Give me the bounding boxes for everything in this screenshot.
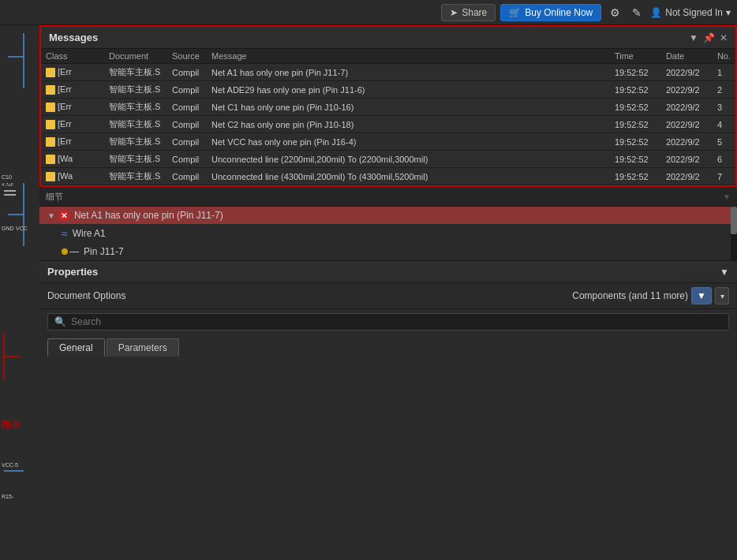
tab-parameters[interactable]: Parameters bbox=[107, 338, 179, 357]
cell-document: 智能车主板.S bbox=[104, 81, 167, 99]
cell-class: [Err bbox=[41, 99, 104, 116]
cell-document: 智能车主板.S bbox=[104, 116, 167, 133]
properties-subheader: Document Options Components (and 11 more… bbox=[39, 283, 737, 309]
cell-class: [Err bbox=[41, 64, 104, 81]
pin-dot-icon: — bbox=[62, 246, 79, 257]
col-header-time[interactable]: Time bbox=[610, 49, 661, 64]
cell-no: 3 bbox=[713, 99, 735, 116]
components-filter-area: Components (and 11 more) ▼ ▾ bbox=[572, 287, 729, 304]
table-row[interactable]: [Err 智能车主板.S Compil Net A1 has only one … bbox=[41, 64, 735, 81]
table-row[interactable]: [Err 智能车主板.S Compil Net C2 has only one … bbox=[41, 116, 735, 133]
col-header-source[interactable]: Source bbox=[167, 49, 207, 64]
svg-text:C10: C10 bbox=[2, 174, 12, 180]
svg-text:R15-: R15- bbox=[2, 494, 14, 499]
cell-message: Net C1 has only one pin (Pin J10-16) bbox=[207, 99, 610, 116]
messages-controls: ▼ 📌 ✕ bbox=[689, 32, 728, 43]
svg-text:VCC: VCC bbox=[16, 226, 28, 231]
cell-no: 5 bbox=[713, 133, 735, 151]
cell-class: [Wa bbox=[41, 151, 104, 168]
details-wire-text: Wire A1 bbox=[73, 228, 106, 239]
cell-document: 智能车主板.S bbox=[104, 64, 167, 81]
details-panel: 细节 ▼ ▼ ✕ Net A1 has only one pin (Pin J1… bbox=[39, 187, 737, 260]
cell-document: 智能车主板.S bbox=[104, 151, 167, 168]
details-selected-row[interactable]: ▼ ✕ Net A1 has only one pin (Pin J11-7) bbox=[39, 207, 737, 224]
user-menu[interactable]: 👤 Not Signed In ▾ bbox=[650, 7, 731, 18]
search-bar: 🔍 bbox=[47, 313, 729, 330]
tab-general[interactable]: General bbox=[47, 338, 105, 357]
details-header: 细节 ▼ bbox=[39, 188, 737, 207]
svg-text:GND: GND bbox=[2, 226, 14, 231]
schematic-diagram: C10 4.7uF GND VCC 指示 VCC-5 R15- bbox=[0, 25, 39, 560]
col-header-message[interactable]: Message bbox=[207, 49, 610, 64]
details-title: 细节 bbox=[46, 191, 63, 203]
search-icon: 🔍 bbox=[54, 316, 66, 327]
table-row[interactable]: [Wa 智能车主板.S Compil Unconnected line (220… bbox=[41, 151, 735, 168]
cell-no: 1 bbox=[713, 64, 735, 81]
col-header-no[interactable]: No. bbox=[713, 49, 735, 64]
details-pin-row[interactable]: — Pin J11-7 bbox=[39, 243, 737, 260]
details-content-container: ▼ ✕ Net A1 has only one pin (Pin J11-7) … bbox=[39, 207, 737, 260]
cell-document: 智能车主板.S bbox=[104, 168, 167, 185]
cell-class: [Err bbox=[41, 116, 104, 133]
cell-time: 19:52:52 bbox=[610, 99, 661, 116]
user-icon: 👤 bbox=[650, 7, 662, 18]
top-toolbar: ➤ Share 🛒 Buy Online Now ⚙ ✎ 👤 Not Signe… bbox=[0, 0, 737, 25]
col-header-date[interactable]: Date bbox=[661, 49, 713, 64]
cell-message: Net A1 has only one pin (Pin J11-7) bbox=[207, 64, 610, 81]
details-pin-text: Pin J11-7 bbox=[84, 246, 124, 257]
table-row[interactable]: [Err 智能车主板.S Compil Net VCC has only one… bbox=[41, 133, 735, 151]
cell-message: Net C2 has only one pin (Pin J10-18) bbox=[207, 116, 610, 133]
buy-online-button[interactable]: 🛒 Buy Online Now bbox=[500, 4, 601, 21]
dropdown-button[interactable]: ▾ bbox=[715, 287, 729, 304]
search-input[interactable] bbox=[71, 316, 722, 327]
cell-time: 19:52:52 bbox=[610, 64, 661, 81]
settings-icon[interactable]: ⚙ bbox=[606, 4, 623, 21]
table-row[interactable]: [Err 智能车主板.S Compil Net C1 has only one … bbox=[41, 99, 735, 116]
cell-time: 19:52:52 bbox=[610, 133, 661, 151]
cell-message: Net ADE29 has only one pin (Pin J11-6) bbox=[207, 81, 610, 99]
details-wire-row[interactable]: ≈ Wire A1 bbox=[39, 224, 737, 243]
pin-icon[interactable]: 📌 bbox=[703, 32, 715, 43]
cell-date: 2022/9/2 bbox=[661, 116, 713, 133]
cell-class: [Err bbox=[41, 133, 104, 151]
cell-date: 2022/9/2 bbox=[661, 133, 713, 151]
messages-panel: Messages ▼ 📌 ✕ Class Document Source Mes… bbox=[39, 25, 737, 187]
cell-class: [Wa bbox=[41, 168, 104, 185]
edit-icon[interactable]: ✎ bbox=[628, 4, 645, 21]
tabs-row: GeneralParameters bbox=[39, 334, 737, 357]
filter-button[interactable]: ▼ bbox=[691, 287, 712, 304]
col-header-document[interactable]: Document bbox=[104, 49, 167, 64]
cell-date: 2022/9/2 bbox=[661, 64, 713, 81]
col-header-class[interactable]: Class bbox=[41, 49, 104, 64]
cell-date: 2022/9/2 bbox=[661, 99, 713, 116]
cell-date: 2022/9/2 bbox=[661, 151, 713, 168]
filter-icon[interactable]: ▼ bbox=[689, 32, 698, 43]
doc-options-label: Document Options bbox=[47, 290, 125, 301]
properties-header: Properties ▼ bbox=[39, 261, 737, 283]
share-icon: ➤ bbox=[450, 7, 458, 18]
table-row[interactable]: [Wa 智能车主板.S Compil Unconnected line (430… bbox=[41, 168, 735, 185]
details-scrollbar-indicator: ▼ bbox=[723, 192, 731, 201]
cell-message: Unconnected line (4300mil,200mil) To (43… bbox=[207, 168, 610, 185]
cell-document: 智能车主板.S bbox=[104, 99, 167, 116]
cell-no: 6 bbox=[713, 151, 735, 168]
close-icon[interactable]: ✕ bbox=[720, 32, 728, 43]
table-row[interactable]: [Err 智能车主板.S Compil Net ADE29 has only o… bbox=[41, 81, 735, 99]
cell-no: 7 bbox=[713, 168, 735, 185]
cell-message: Net VCC has only one pin (Pin J16-4) bbox=[207, 133, 610, 151]
cell-time: 19:52:52 bbox=[610, 81, 661, 99]
svg-text:VCC-5: VCC-5 bbox=[2, 462, 18, 468]
chevron-down-icon: ▾ bbox=[726, 7, 731, 18]
cell-source: Compil bbox=[167, 133, 207, 151]
cell-time: 19:52:52 bbox=[610, 168, 661, 185]
schematic-sidebar: C10 4.7uF GND VCC 指示 VCC-5 R15- bbox=[0, 25, 39, 560]
cell-time: 19:52:52 bbox=[610, 151, 661, 168]
cell-source: Compil bbox=[167, 151, 207, 168]
properties-panel: Properties ▼ Document Options Components… bbox=[39, 260, 737, 357]
components-label: Components (and 11 more) bbox=[572, 290, 688, 301]
cell-source: Compil bbox=[167, 81, 207, 99]
share-button[interactable]: ➤ Share bbox=[441, 4, 496, 21]
cell-time: 19:52:52 bbox=[610, 116, 661, 133]
properties-chevron-icon: ▼ bbox=[720, 267, 729, 278]
details-vertical-scrollbar[interactable] bbox=[731, 207, 737, 260]
